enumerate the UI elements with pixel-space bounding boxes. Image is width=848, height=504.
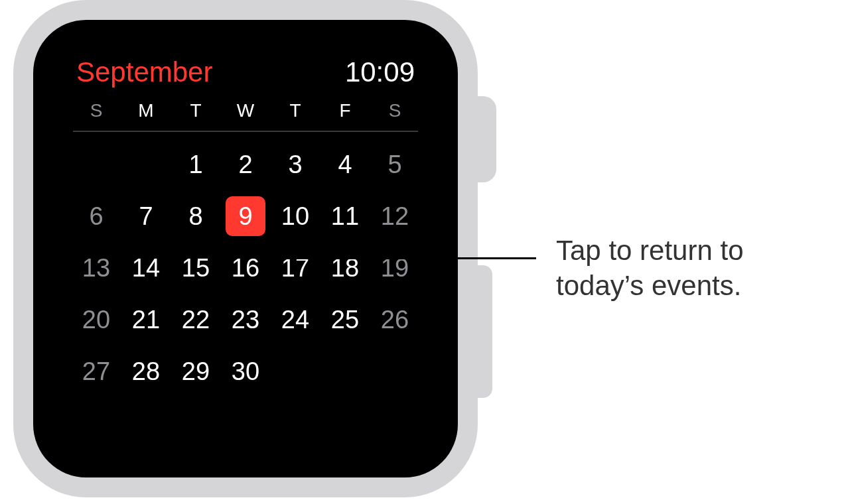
day-cell[interactable]: 11: [325, 196, 365, 236]
callout-leader-horizontal: [264, 257, 536, 259]
day-cell[interactable]: 24: [275, 300, 315, 340]
day-cell[interactable]: 13: [76, 248, 116, 288]
day-cell[interactable]: 23: [226, 300, 265, 340]
weekday-tue: T: [176, 100, 216, 121]
day-cell[interactable]: 29: [176, 351, 216, 391]
week-row: 27 28 29 30: [73, 346, 418, 397]
day-cell[interactable]: 25: [325, 300, 365, 340]
week-row: 13 14 15 16 17 18 19: [73, 242, 418, 294]
week-row: 20 21 22 23 24 25 26: [73, 294, 418, 346]
day-cell[interactable]: 17: [275, 248, 315, 288]
side-button[interactable]: [472, 265, 492, 398]
weekday-sun: S: [76, 100, 116, 121]
day-cell[interactable]: 10: [275, 196, 315, 236]
callout-annotation: Tap to return to today’s events.: [556, 233, 744, 303]
day-cell[interactable]: 30: [226, 351, 265, 391]
weekday-mon: M: [126, 100, 166, 121]
watch-device: September 10:09 S M T W T F S 1: [13, 0, 498, 504]
watch-body: September 10:09 S M T W T F S 1: [13, 0, 478, 497]
day-cell[interactable]: 6: [76, 196, 116, 236]
calendar-grid: 1 2 3 4 5 6 7 8 9 10 11 12: [73, 132, 418, 397]
day-cell[interactable]: 27: [76, 351, 116, 391]
day-cell[interactable]: 15: [176, 248, 216, 288]
day-cell[interactable]: 2: [226, 145, 265, 184]
weekday-thu: T: [275, 100, 315, 121]
month-title[interactable]: September: [76, 56, 212, 88]
day-cell[interactable]: 14: [126, 248, 166, 288]
day-cell[interactable]: 20: [76, 300, 116, 340]
today-cell[interactable]: 9: [226, 196, 265, 236]
weekday-fri: F: [325, 100, 365, 121]
week-row: 6 7 8 9 10 11 12: [73, 190, 418, 242]
day-cell[interactable]: 7: [126, 196, 166, 236]
calendar-screen: September 10:09 S M T W T F S 1: [56, 43, 435, 454]
status-bar: September 10:09: [73, 56, 418, 95]
day-cell[interactable]: 12: [375, 196, 415, 236]
day-cell[interactable]: 26: [375, 300, 415, 340]
day-cell[interactable]: 19: [375, 248, 415, 288]
callout-line2: today’s events.: [556, 270, 741, 301]
day-cell[interactable]: 21: [126, 300, 166, 340]
day-cell[interactable]: 22: [176, 300, 216, 340]
day-cell[interactable]: 8: [176, 196, 216, 236]
week-row: 1 2 3 4 5: [73, 139, 418, 190]
digital-crown[interactable]: [470, 96, 496, 182]
time-display: 10:09: [345, 56, 415, 88]
day-cell[interactable]: 28: [126, 351, 166, 391]
callout-line1: Tap to return to: [556, 235, 744, 266]
day-cell[interactable]: 18: [325, 248, 365, 288]
day-cell[interactable]: 4: [325, 145, 365, 184]
day-cell[interactable]: 1: [176, 145, 216, 184]
day-cell[interactable]: 3: [275, 145, 315, 184]
day-cell[interactable]: 16: [226, 248, 265, 288]
screen-bezel: September 10:09 S M T W T F S 1: [33, 20, 458, 477]
day-cell[interactable]: 5: [375, 145, 415, 184]
weekday-sat: S: [375, 100, 415, 121]
weekday-header: S M T W T F S: [73, 95, 418, 132]
weekday-wed: W: [226, 100, 265, 121]
